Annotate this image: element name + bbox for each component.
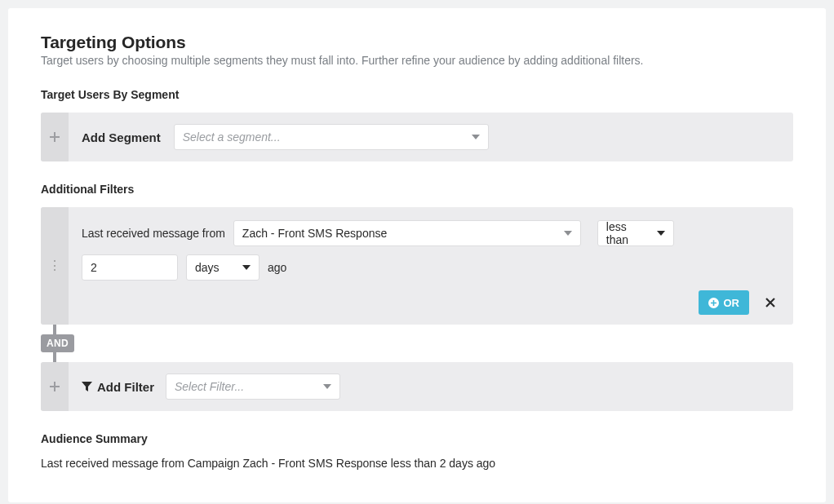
segment-select-placeholder: Select a segment... (183, 130, 281, 144)
close-icon (765, 298, 775, 307)
filters-heading: Additional Filters (41, 183, 793, 196)
unit-select[interactable]: days (186, 254, 260, 281)
plus-icon (50, 132, 60, 142)
page-title: Targeting Options (41, 33, 793, 52)
targeting-card: Targeting Options Target users by choosi… (8, 8, 826, 502)
summary-text: Last received message from Campaign Zach… (41, 457, 793, 470)
drag-dots-icon (48, 264, 61, 267)
segment-select[interactable]: Select a segment... (174, 124, 489, 150)
caret-down-icon (556, 231, 572, 236)
plus-circle-icon (708, 298, 719, 308)
plus-icon (50, 382, 60, 391)
filter-type-select-placeholder: Select Filter... (175, 380, 244, 393)
add-filter-block: Add Filter Select Filter... (41, 362, 793, 411)
or-button[interactable]: OR (699, 290, 750, 315)
caret-down-icon (649, 231, 665, 236)
segments-heading: Target Users By Segment (41, 88, 793, 101)
or-button-label: OR (724, 297, 740, 309)
add-segment-handle[interactable] (41, 113, 69, 161)
caret-down-icon (315, 384, 331, 389)
add-segment-label: Add Segment (82, 130, 161, 144)
funnel-icon (82, 382, 92, 392)
add-segment-block: Add Segment Select a segment... (41, 113, 793, 161)
quantity-input[interactable] (82, 254, 178, 281)
filter-suffix-text: ago (268, 261, 286, 274)
add-filter-handle[interactable] (41, 362, 69, 411)
comparator-select[interactable]: less than (597, 220, 674, 246)
summary-heading: Audience Summary (41, 432, 793, 445)
filter-prefix-text: Last received message from (82, 227, 225, 240)
campaign-select[interactable]: Zach - Front SMS Response (233, 220, 581, 246)
caret-down-icon (234, 265, 251, 270)
campaign-select-value: Zach - Front SMS Response (242, 227, 387, 240)
caret-down-icon (464, 135, 480, 139)
remove-filter-button[interactable] (761, 294, 780, 311)
add-filter-label-text: Add Filter (97, 380, 154, 394)
and-stem-top (53, 325, 56, 334)
and-connector: AND (41, 325, 793, 362)
comparator-select-value: less than (606, 220, 649, 246)
and-stem-bottom (53, 352, 56, 362)
page-description: Target users by choosing multiple segmen… (41, 54, 793, 67)
filter-type-select[interactable]: Select Filter... (166, 374, 340, 400)
and-badge: AND (41, 334, 74, 352)
filter-rule-block: Last received message from Zach - Front … (41, 207, 793, 325)
add-filter-label: Add Filter (82, 380, 154, 394)
unit-select-value: days (195, 261, 220, 274)
filter-rule-handle[interactable] (41, 207, 69, 325)
